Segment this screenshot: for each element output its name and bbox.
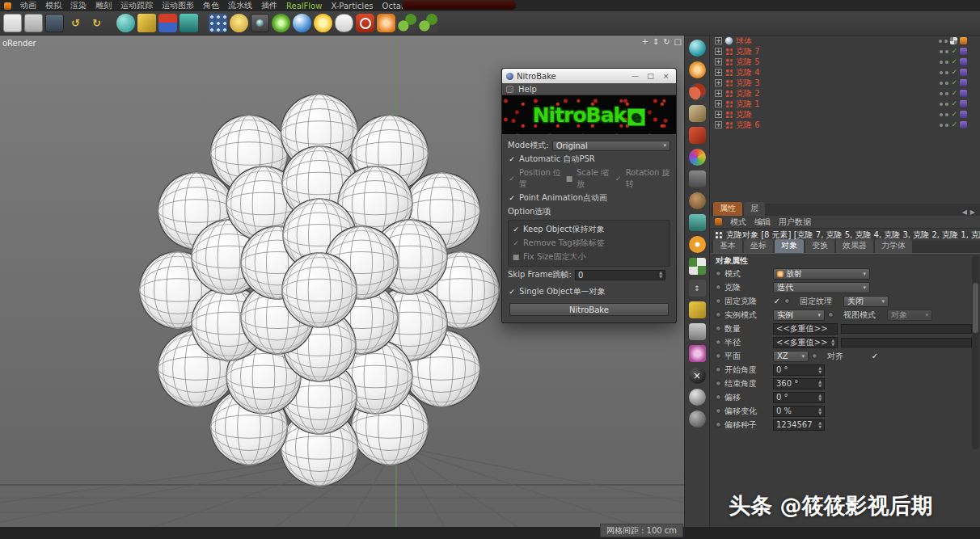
effector-tag-icon[interactable]	[960, 100, 967, 107]
effector-tag-icon[interactable]	[960, 58, 967, 65]
menubar-item[interactable]: 流水线	[228, 0, 252, 11]
fixed-clone-checkbox[interactable]: ✓	[773, 297, 781, 305]
attr-dot-icon[interactable]	[716, 284, 721, 290]
single-object-row[interactable]: ✓ Single Object单一对象	[508, 286, 670, 297]
spinner-down-icon[interactable]: ▼	[659, 275, 662, 279]
attr-dot-icon[interactable]	[716, 312, 721, 318]
plane-dropdown[interactable]: XZ ▾	[773, 351, 809, 362]
visibility-dot[interactable]	[945, 92, 948, 95]
offset-variation-field[interactable]: 0 % ▲▼	[773, 406, 825, 417]
visibility-dot[interactable]	[940, 92, 943, 95]
wire-sphere-icon[interactable]	[689, 40, 706, 57]
effector-tag-icon[interactable]	[960, 48, 967, 55]
palette-icon[interactable]	[689, 149, 706, 166]
magnet-tool-icon[interactable]	[158, 14, 177, 32]
visibility-dot[interactable]	[944, 40, 948, 43]
maximize-view-icon[interactable]: □	[674, 37, 682, 46]
redo-icon[interactable]: ↺	[87, 14, 106, 32]
tab-attributes[interactable]: 属性	[713, 202, 742, 216]
scrollbar-handle[interactable]	[973, 283, 978, 333]
expand-icon[interactable]: +	[715, 48, 722, 55]
camera-tool-icon[interactable]	[689, 171, 706, 187]
tab-basic[interactable]: 基本	[713, 239, 742, 253]
clay-icon[interactable]	[689, 192, 706, 209]
expand-icon[interactable]: +	[715, 37, 722, 44]
radius-field[interactable]: <<多重值>> ▲▼	[773, 337, 838, 348]
visibility-dot[interactable]	[945, 61, 948, 64]
checkbox-checked-icon[interactable]: ✓	[512, 239, 520, 247]
enabled-check-icon[interactable]: ✓	[951, 100, 957, 107]
expand-icon[interactable]: +	[715, 111, 722, 118]
expand-icon[interactable]: +	[715, 79, 722, 86]
spinner-down-icon[interactable]: ▼	[831, 343, 834, 347]
checker-flag-icon[interactable]	[689, 258, 706, 275]
red-pen-icon[interactable]	[689, 127, 706, 144]
tab-object[interactable]: 对象	[775, 239, 804, 253]
enabled-check-icon[interactable]: ✓	[951, 69, 957, 76]
spray-icon[interactable]	[689, 214, 706, 231]
spinner-down-icon[interactable]: ▼	[818, 411, 822, 415]
enabled-check-icon[interactable]: ✓	[951, 90, 957, 97]
paint-bucket-icon[interactable]	[180, 14, 198, 32]
dark-sphere-icon[interactable]	[689, 411, 706, 427]
enabled-check-icon[interactable]: ✓	[951, 58, 957, 65]
visibility-dot[interactable]	[940, 103, 943, 106]
count-slider[interactable]	[841, 324, 972, 334]
menubar-item-realflow[interactable]: RealFlow	[286, 2, 322, 11]
checkbox-mixed-icon[interactable]: ■	[512, 253, 520, 261]
visibility-dot[interactable]	[940, 82, 943, 85]
visibility-dot[interactable]	[945, 50, 948, 53]
expand-icon[interactable]: +	[715, 100, 722, 107]
object-row[interactable]: + 克隆 1 ✓	[711, 99, 980, 109]
zoom-view-icon[interactable]: ↕	[653, 37, 659, 46]
visibility-dot[interactable]	[945, 124, 948, 127]
pencil-icon[interactable]	[689, 301, 706, 318]
checkbox-checked-icon[interactable]: ✓	[615, 175, 623, 183]
effector-tag-icon[interactable]	[960, 69, 967, 76]
dual-sphere-icon[interactable]	[689, 83, 706, 100]
menubar-item[interactable]: 运动跟踪	[120, 0, 153, 11]
remove-tag-row[interactable]: ✓ Remove Tag移除标签	[512, 238, 666, 249]
attributes-scrollbar[interactable]	[972, 255, 979, 449]
sort-arrows-icon[interactable]: ↕	[689, 280, 706, 297]
object-row[interactable]: + 克隆 2 ✓	[711, 88, 980, 99]
open-project-icon[interactable]	[24, 14, 43, 32]
tab-layers[interactable]: 层	[744, 202, 765, 216]
knife-icon[interactable]	[689, 323, 706, 340]
checkbox-checked-icon[interactable]: ✓	[508, 288, 516, 296]
visibility-dot[interactable]	[939, 40, 942, 43]
expand-icon[interactable]: +	[715, 69, 722, 76]
visibility-dot[interactable]	[940, 124, 943, 127]
effector-tag-icon[interactable]	[960, 111, 967, 118]
history-back-icon[interactable]: ◀	[962, 208, 967, 216]
attr-dot-icon[interactable]	[716, 408, 721, 414]
menubar-item[interactable]: 动画	[20, 0, 36, 11]
tab-effectors[interactable]: 效果器	[836, 239, 873, 253]
checkbox-checked-icon[interactable]: ✓	[508, 194, 516, 202]
attr-dot-icon[interactable]	[784, 298, 790, 304]
target-icon[interactable]	[377, 14, 395, 32]
octane-render-icon[interactable]	[356, 14, 374, 32]
maximize-button[interactable]: □	[644, 72, 657, 80]
visibility-dot[interactable]	[945, 82, 948, 85]
mograph-flower-icon[interactable]	[689, 236, 706, 253]
object-row[interactable]: + 克隆 3 ✓	[711, 78, 980, 88]
attr-dot-icon[interactable]	[716, 353, 721, 359]
molecule-icon[interactable]	[398, 14, 416, 32]
visibility-dot[interactable]	[940, 71, 943, 74]
enabled-check-icon[interactable]: ✓	[951, 79, 957, 86]
undo-icon[interactable]: ↺	[66, 14, 85, 32]
camera-icon[interactable]	[251, 14, 269, 32]
fix-size-row[interactable]: ■ Fix Size固定大小	[512, 251, 666, 263]
spinner-down-icon[interactable]: ▼	[818, 370, 822, 374]
starburst-icon[interactable]	[272, 14, 290, 32]
attr-dot-icon[interactable]	[716, 298, 721, 304]
new-document-icon[interactable]	[3, 14, 22, 32]
history-forward-icon[interactable]: ▶	[970, 208, 975, 216]
spinner-down-icon[interactable]: ▼	[818, 398, 822, 402]
attr-dot-icon[interactable]	[828, 312, 834, 318]
visibility-dot[interactable]	[945, 113, 948, 116]
object-row[interactable]: + 克隆 7 ✓	[711, 46, 980, 57]
spinner-down-icon[interactable]: ▼	[818, 384, 822, 388]
mode-dropdown[interactable]: 放射 ▾	[773, 268, 870, 280]
